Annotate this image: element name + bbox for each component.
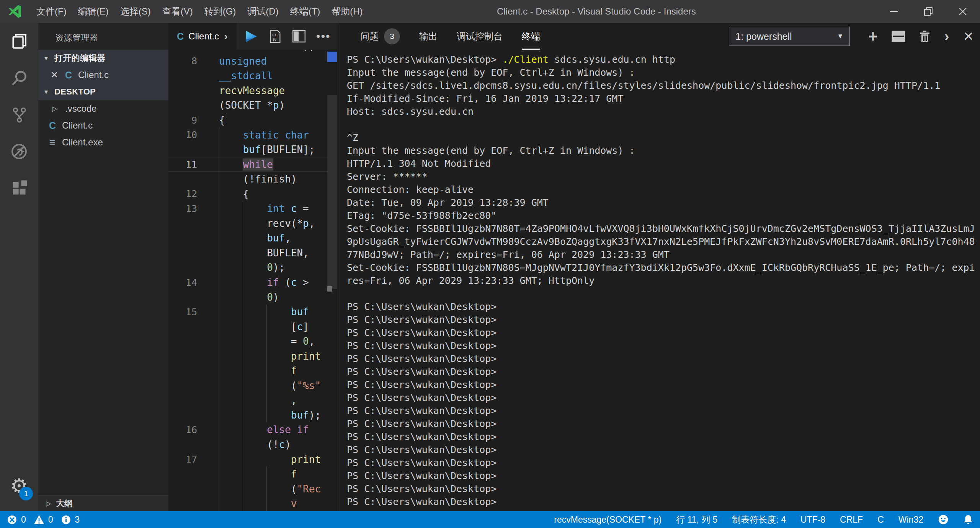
- tab-terminal[interactable]: 终端: [522, 23, 540, 50]
- restore-button[interactable]: [911, 0, 946, 23]
- terminal-line: PS C:\Users\wukan\Desktop>: [347, 379, 977, 392]
- vscode-insiders-logo: [8, 4, 22, 19]
- language-indicator[interactable]: C: [877, 515, 884, 525]
- source-control-icon[interactable]: [0, 96, 38, 133]
- menu-debug[interactable]: 调试(D): [242, 0, 284, 23]
- tree-item-vscode[interactable]: ▷ .vscode: [38, 100, 168, 117]
- terminal-line: PS C:\Users\wukan\Desktop>: [347, 340, 977, 353]
- code-line: __stdcall: [168, 68, 327, 83]
- editor-actions: 01 10 •••: [244, 29, 331, 43]
- scrollbar-slider[interactable]: [327, 95, 337, 289]
- terminal[interactable]: PS C:\Users\wukan\Desktop> ./Client sdcs…: [337, 50, 980, 511]
- new-terminal-icon[interactable]: +: [868, 28, 878, 44]
- cursor-position[interactable]: 行 11, 列 5: [676, 514, 717, 526]
- split-editor-button[interactable]: [292, 30, 305, 42]
- breadcrumb-chevron-icon: ›: [224, 31, 228, 42]
- file-tree: ▷ .vscode C Client.c ≡ Client.exe: [38, 100, 168, 151]
- tab-client-c[interactable]: C Client.c ›: [168, 23, 237, 50]
- eol-indicator[interactable]: CRLF: [840, 515, 863, 525]
- chevron-right-icon[interactable]: ›: [944, 29, 949, 44]
- settings-badge: 1: [19, 487, 33, 500]
- terminal-line: PS C:\Users\wukan\Desktop>: [347, 483, 977, 496]
- kill-terminal-icon[interactable]: [919, 30, 931, 43]
- terminal-line: Set-Cookie: FSSBBIl1UgzbN7N80S=MJgpNVwT2…: [347, 262, 977, 275]
- editor-scrollbar[interactable]: [327, 50, 337, 511]
- open-editors-header[interactable]: ▾ 打开的编辑器: [38, 50, 168, 67]
- menu-selection[interactable]: 选择(S): [114, 0, 157, 23]
- binary-view-button[interactable]: 01 10: [269, 29, 282, 43]
- tree-item-client-c[interactable]: C Client.c: [38, 117, 168, 134]
- symbol-indicator[interactable]: recvMessage(SOCKET * p): [554, 515, 662, 525]
- tab-size-indicator[interactable]: 制表符长度: 4: [732, 514, 786, 526]
- code-editor[interactable]: );8unsigned__stdcallrecvMessage(SOCKET *…: [168, 50, 337, 511]
- more-actions-icon[interactable]: •••: [316, 30, 331, 43]
- code-line: ,: [168, 393, 327, 408]
- activity-bar: ⚙ 1: [0, 23, 38, 511]
- chevron-right-icon: ▷: [46, 499, 56, 508]
- code-line: );: [168, 50, 327, 54]
- minimize-button[interactable]: [877, 0, 911, 23]
- encoding-indicator[interactable]: UTF-8: [800, 515, 825, 525]
- settings-gear-icon[interactable]: ⚙ 1: [0, 468, 38, 504]
- menu-goto[interactable]: 转到(G): [199, 0, 242, 23]
- terminal-line: Input the message(end by EOF, Ctrl+Z in …: [347, 67, 977, 80]
- close-window-button[interactable]: [946, 0, 980, 23]
- outline-section-header[interactable]: ▷ 大纲: [38, 495, 168, 511]
- explorer-icon[interactable]: [0, 23, 38, 60]
- menu-edit[interactable]: 编辑(E): [72, 0, 114, 23]
- code-line: ("Rec: [168, 481, 327, 496]
- terminal-line: ^Z: [347, 132, 977, 145]
- editor-group: C Client.c › 01 10: [168, 23, 337, 511]
- menu-help[interactable]: 帮助(H): [326, 0, 368, 23]
- panel: 问题 3 输出 调试控制台 终端 1: powershell▼ +: [337, 23, 980, 511]
- feedback-smiley-icon[interactable]: [938, 514, 949, 525]
- code-line: f: [168, 363, 327, 378]
- window-controls: [877, 0, 980, 23]
- tree-item-client-exe[interactable]: ≡ Client.exe: [38, 134, 168, 151]
- terminal-line: PS C:\Users\wukan\Desktop>: [347, 366, 977, 379]
- code-line: v: [168, 496, 327, 511]
- run-code-button[interactable]: [244, 29, 258, 43]
- code-line: (!c): [168, 437, 327, 452]
- search-icon[interactable]: [0, 60, 38, 96]
- overview-marker: [327, 286, 332, 292]
- warning-icon: [34, 515, 44, 525]
- problems-status[interactable]: 0 0 3: [7, 515, 83, 525]
- terminal-line: PS C:\Users\wukan\Desktop>: [347, 418, 977, 431]
- close-editor-icon[interactable]: ✕: [51, 70, 62, 80]
- code-line: 9{: [168, 113, 327, 128]
- folder-section-header[interactable]: ▾ DESKTOP: [38, 83, 168, 100]
- code-line: BUFLEN,: [168, 246, 327, 261]
- close-panel-icon[interactable]: ✕: [963, 30, 974, 43]
- code-line: f: [168, 467, 327, 482]
- c-file-icon: C: [177, 31, 184, 42]
- sidebar-title: 资源管理器: [38, 23, 168, 44]
- open-editor-item[interactable]: ✕ C Client.c: [38, 67, 168, 83]
- code-line: print: [168, 349, 327, 363]
- terminal-line: PS C:\Users\wukan\Desktop>: [347, 431, 977, 444]
- terminal-line: If-Modified-Since: Fri, 16 Jan 2019 13:2…: [347, 93, 977, 106]
- extensions-icon[interactable]: [0, 170, 38, 207]
- menu-terminal[interactable]: 终端(T): [284, 0, 326, 23]
- code-line: 16else if: [168, 422, 327, 437]
- terminal-line: Server: ******: [347, 171, 977, 184]
- error-icon: [7, 515, 17, 525]
- editor-tab-bar: C Client.c › 01 10: [168, 23, 337, 50]
- terminal-line: 9pUsUgaGR_tyFwierCGJW7vdwTM989CczAv9BoZQ…: [347, 236, 977, 249]
- tab-output[interactable]: 输出: [419, 23, 438, 50]
- terminal-select[interactable]: 1: powershell▼: [729, 27, 850, 46]
- terminal-line: Connection: keep-alive: [347, 184, 977, 197]
- notifications-bell-icon[interactable]: [963, 514, 973, 525]
- debug-icon[interactable]: [0, 133, 38, 170]
- code-line: 14if (c >: [168, 275, 327, 290]
- menu-file[interactable]: 文件(F): [31, 0, 72, 23]
- split-panel-icon[interactable]: [892, 31, 905, 42]
- code-line: 0);: [168, 260, 327, 275]
- open-editors-section: ▾ 打开的编辑器 ✕ C Client.c ▾ DESKTOP: [38, 50, 168, 100]
- explorer-sidebar: 资源管理器 ▾ 打开的编辑器 ✕ C Client.c ▾ DESKTOP ▷ …: [38, 23, 168, 511]
- menu-view[interactable]: 查看(V): [157, 0, 199, 23]
- platform-indicator[interactable]: Win32: [898, 515, 923, 525]
- tab-problems[interactable]: 问题 3: [360, 23, 400, 50]
- tab-debug-console[interactable]: 调试控制台: [457, 23, 503, 50]
- code-line: [c]: [168, 319, 327, 334]
